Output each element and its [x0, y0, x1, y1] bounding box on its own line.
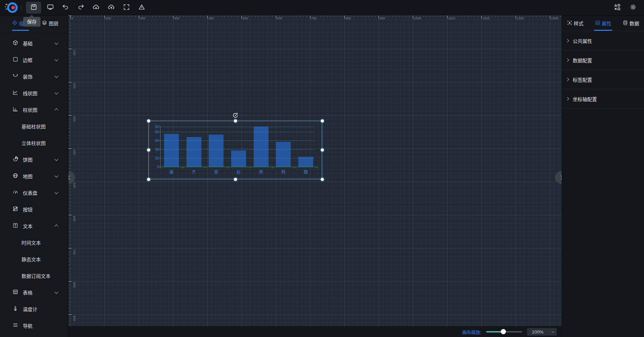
button-icon — [12, 206, 18, 213]
alert-triangle-icon — [138, 3, 145, 12]
chevron-right-icon — [566, 58, 569, 62]
tab-label: 数据 — [629, 20, 639, 27]
sidebar-item-5[interactable]: 饼图 — [0, 151, 68, 168]
sidebar-item-4[interactable]: 柱状图 — [0, 101, 68, 118]
warning-button[interactable] — [135, 2, 148, 13]
chevron-down-icon — [54, 174, 58, 177]
chevron-down-icon — [54, 290, 58, 294]
tab-attributes[interactable]: 属性 — [595, 16, 611, 31]
canvas-footer: 画布缩放: 100% — [69, 326, 562, 337]
zoom-percent-value: 100% — [532, 329, 543, 335]
bar-chart-icon — [12, 106, 18, 113]
sidebar-item-list: 基础边框装饰线状图柱状图基础柱状图立体柱状图饼图地图仪表盘按钮文本时间文本静态文… — [0, 31, 68, 334]
layers-icon — [42, 20, 47, 26]
chevron-down-icon — [54, 190, 58, 194]
selection-handle[interactable] — [147, 148, 150, 152]
thermometer-icon — [12, 306, 18, 312]
sidebar-item-11[interactable]: 温度计 — [0, 301, 68, 317]
panel-section-list: 公共属性数据配置标签配置坐标轴配置 — [562, 31, 644, 109]
export-button[interactable] — [105, 2, 117, 13]
selection-box[interactable] — [148, 121, 322, 179]
sidebar-subitem-9-1[interactable]: 静态文本 — [0, 251, 68, 267]
panel-section-label: 标签配置 — [573, 76, 592, 83]
selection-handle[interactable] — [321, 148, 324, 152]
selection-handle[interactable] — [321, 178, 324, 181]
cloud-upload-icon — [108, 3, 115, 12]
toolbar-right — [611, 2, 644, 13]
panel-section-label: 坐标轴配置 — [573, 95, 597, 102]
redo-button[interactable] — [74, 2, 87, 13]
zoom-slider[interactable] — [486, 329, 522, 334]
preview-monitor-icon — [47, 3, 54, 12]
chevron-down-icon — [54, 91, 58, 94]
style-tab-icon — [567, 20, 572, 27]
line-chart-icon — [12, 90, 18, 97]
zoom-percent-select[interactable]: 100% — [527, 328, 557, 336]
chevron-down-icon — [552, 330, 554, 333]
panel-section-0[interactable]: 公共属性 — [562, 31, 644, 51]
tab-style[interactable]: 样式 — [567, 16, 583, 31]
selection-handle[interactable] — [147, 178, 150, 181]
sidebar-item-label: 基础 — [23, 40, 33, 47]
sidebar-item-10[interactable]: 表格 — [0, 284, 68, 301]
chevron-up-icon — [54, 108, 58, 112]
sidebar-item-label: 按钮 — [23, 206, 33, 213]
components-manage-button[interactable] — [611, 2, 623, 13]
right-panel: 样式 属性 数据 公共属性数据配置标签配置坐标轴配置 — [562, 16, 644, 337]
sidebar-item-7[interactable]: 仪表盘 — [0, 184, 68, 201]
sidebar-item-label: 柱状图 — [23, 106, 37, 113]
selection-handle[interactable] — [234, 178, 237, 181]
selection-handle[interactable] — [147, 119, 150, 122]
sidebar-subitem-4-0[interactable]: 基础柱状图 — [0, 118, 68, 135]
redo-icon — [77, 3, 84, 12]
sidebar-item-label: 文本 — [23, 222, 33, 229]
sidebar-item-3[interactable]: 线状图 — [0, 85, 68, 101]
sidebar-item-label: 表格 — [23, 289, 33, 296]
sidebar-item-label: 边框 — [23, 56, 33, 63]
sidebar-item-label: 地图 — [23, 173, 33, 180]
fullscreen-icon — [123, 3, 130, 12]
sidebar-subitem-4-1[interactable]: 立体柱状图 — [0, 135, 68, 151]
save-icon — [30, 3, 37, 12]
sidebar-item-2[interactable]: 装饰 — [0, 68, 68, 85]
fullscreen-button[interactable] — [120, 2, 133, 13]
sidebar-item-1[interactable]: 边框 — [0, 52, 68, 68]
sidebar-subitem-9-0[interactable]: 时间文本 — [0, 234, 68, 251]
panel-section-1[interactable]: 数据配置 — [562, 51, 644, 70]
save-tooltip: 保存 — [23, 17, 40, 27]
sidebar-item-label: 饼图 — [23, 156, 33, 163]
sidebar-item-label: 装饰 — [23, 73, 33, 80]
tab-data[interactable]: 数据 — [623, 16, 639, 31]
chevron-right-icon — [559, 175, 562, 179]
sidebar-tab-label: 图层 — [49, 20, 58, 27]
toolbar-divider — [21, 4, 21, 11]
sidebar-item-6[interactable]: 地图 — [0, 168, 68, 184]
sidebar-subitem-9-2[interactable]: 数据订阅文本 — [0, 267, 68, 284]
attribute-tab-icon — [595, 20, 600, 27]
sidebar-item-9[interactable]: 文本 — [0, 218, 68, 234]
import-button[interactable] — [90, 2, 102, 13]
selection-handle[interactable] — [321, 119, 324, 122]
zoom-slider-thumb[interactable] — [501, 329, 506, 334]
panel-section-2[interactable]: 标签配置 — [562, 70, 644, 89]
sidebar-item-label: 仪表盘 — [23, 189, 37, 196]
theme-toggle-button[interactable] — [627, 2, 639, 13]
preview-button[interactable] — [44, 2, 56, 13]
save-button[interactable] — [26, 2, 41, 13]
chevron-right-icon — [566, 39, 569, 43]
chevron-right-icon — [566, 97, 569, 101]
sidebar-item-8[interactable]: 按钮 — [0, 201, 68, 218]
chevron-down-icon — [54, 157, 58, 161]
undo-button[interactable] — [59, 2, 72, 13]
panel-section-3[interactable]: 坐标轴配置 — [562, 89, 644, 109]
left-sidebar: 组件 图层 基础边框装饰线状图柱状图基础柱状图立体柱状图饼图地图仪表盘按钮文本时… — [0, 16, 69, 337]
pie-chart-icon — [12, 156, 18, 163]
rotate-handle-icon[interactable] — [232, 112, 239, 119]
sidebar-item-12[interactable]: 导航 — [0, 317, 68, 334]
navigation-icon — [12, 322, 18, 329]
components-icon — [12, 20, 17, 26]
sidebar-item-0[interactable]: 基础 — [0, 35, 68, 52]
cloud-download-icon — [92, 3, 100, 12]
sidebar-tab-layers[interactable]: 图层 — [42, 16, 58, 31]
selection-handle[interactable] — [234, 119, 237, 122]
